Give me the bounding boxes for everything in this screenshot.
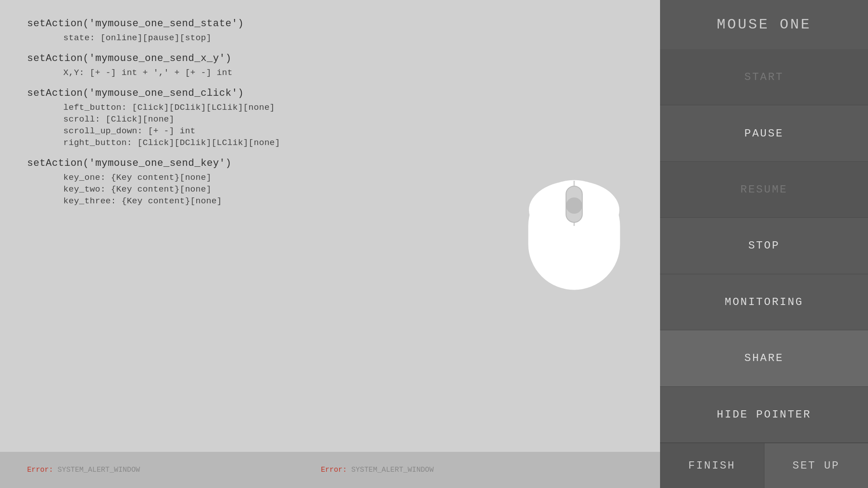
sidebar-nav-item[interactable]: SHARE [660, 330, 868, 386]
sidebar-nav-item: START [660, 49, 868, 105]
sidebar: MOUSE ONE STARTPAUSERESUMESTOPMONITORING… [660, 0, 868, 488]
sidebar-nav-item[interactable]: HIDE POINTER [660, 387, 868, 443]
sidebar-title: MOUSE ONE [660, 0, 868, 49]
sidebar-nav-item[interactable]: PAUSE [660, 105, 868, 161]
error-left: Error: SYSTEM_ALERT_WINDOW [27, 466, 140, 474]
error-right-value: SYSTEM_ALERT_WINDOW [351, 466, 434, 474]
sidebar-nav-item[interactable]: MONITORING [660, 274, 868, 330]
main-panel: setAction('mymouse_one_send_state')state… [0, 0, 660, 488]
error-left-value: SYSTEM_ALERT_WINDOW [57, 466, 140, 474]
error-bar: Error: SYSTEM_ALERT_WINDOW Error: SYSTEM… [0, 452, 660, 488]
setup-button[interactable]: SET UP [764, 443, 868, 488]
sidebar-nav: STARTPAUSERESUMESTOPMONITORINGSHAREHIDE … [660, 49, 868, 443]
error-left-label: Error: [27, 466, 53, 474]
error-right: Error: SYSTEM_ALERT_WINDOW [321, 466, 434, 474]
svg-point-4 [566, 197, 582, 214]
sidebar-nav-item: RESUME [660, 162, 868, 218]
sidebar-nav-item[interactable]: STOP [660, 218, 868, 274]
finish-button[interactable]: FINISH [660, 443, 764, 488]
bottom-bar: FINISH SET UP [660, 443, 868, 488]
mouse-visual [488, 0, 660, 452]
error-right-label: Error: [321, 466, 347, 474]
